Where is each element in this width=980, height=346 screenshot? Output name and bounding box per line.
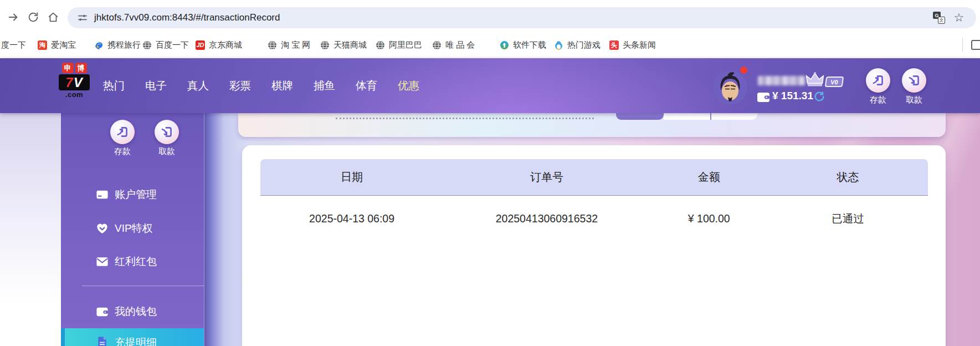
- filter-strip-card: [238, 113, 946, 137]
- forward-icon: [7, 11, 19, 23]
- tab-fragment-2[interactable]: [711, 113, 758, 120]
- sidebar: 存款 取款 账户管理: [61, 113, 204, 346]
- withdraw-button-top[interactable]: 取款: [896, 68, 932, 105]
- browser-chrome: jhktofs.7vv09.com:8443/#/transactionReco…: [0, 0, 980, 58]
- logo-badges: 申 博: [59, 63, 90, 73]
- menu-item-fishing[interactable]: 捕鱼: [314, 78, 335, 93]
- menu-item-hot[interactable]: 热门: [103, 78, 125, 93]
- forward-button[interactable]: [6, 9, 21, 25]
- menu-item-sports[interactable]: 体育: [356, 78, 377, 93]
- wallet-icon: [757, 91, 770, 103]
- tab-fragment-1[interactable]: [664, 113, 710, 120]
- bookmarks-separator: [962, 38, 963, 52]
- menu-item-promotions[interactable]: 优惠: [398, 78, 419, 93]
- header-order-no: 订单号: [443, 170, 650, 185]
- home-button[interactable]: [45, 9, 61, 25]
- bookmark-item[interactable]: 度一下: [1, 32, 26, 58]
- bookmark-item[interactable]: 百度一下: [142, 32, 189, 58]
- left-gutter: [0, 113, 61, 346]
- avatar-image: [713, 70, 747, 105]
- cell-date: 2025-04-13 06:09: [260, 212, 443, 225]
- bookmark-item[interactable]: 阿里巴巴: [376, 32, 422, 58]
- cell-order-no: 20250413060916532: [443, 212, 650, 225]
- menu-item-slots[interactable]: 电子: [145, 78, 167, 93]
- site-info-button[interactable]: [76, 12, 89, 24]
- header-amount: 金额: [650, 170, 768, 185]
- bookmark-item[interactable]: 携程旅行: [94, 32, 141, 58]
- translate-icon: G文: [933, 12, 945, 24]
- logo-com: .com: [59, 90, 90, 99]
- bookmark-item[interactable]: 头 头条新闻: [609, 32, 656, 58]
- sidebar-item-wallet[interactable]: 我的钱包: [61, 302, 204, 321]
- menu-item-lottery[interactable]: 彩票: [229, 78, 251, 93]
- menu-item-live[interactable]: 真人: [187, 78, 209, 93]
- site-logo[interactable]: 申 博 7V .com: [59, 63, 90, 99]
- header-status: 状态: [768, 170, 928, 185]
- url-text: jhktofs.7vv09.com:8443/#/transactionReco…: [94, 7, 280, 28]
- deposit-button-sidebar[interactable]: 存款: [105, 120, 140, 157]
- globe-icon: [432, 40, 442, 50]
- wallet-icon: [96, 306, 109, 318]
- sidebar-item-vip[interactable]: VIP特权: [61, 219, 204, 238]
- screenshot-root: jhktofs.7vv09.com:8443/#/transactionReco…: [0, 0, 980, 346]
- globe-icon: [142, 40, 152, 50]
- site-navbar: 申 博 7V .com 热门 电子 真人 彩票 棋牌 捕鱼 体育 优惠: [0, 58, 980, 113]
- menu-item-boardgames[interactable]: 棋牌: [271, 78, 293, 93]
- withdraw-icon: [155, 120, 179, 144]
- sidebar-item-bonus[interactable]: 红利红包: [61, 252, 204, 271]
- bookmark-star-button[interactable]: ☆: [953, 12, 965, 24]
- globe-icon: [268, 40, 277, 50]
- reload-button[interactable]: [25, 9, 41, 25]
- page-content: 存款 取款 账户管理: [0, 113, 980, 346]
- username-blurred: [758, 76, 805, 85]
- withdraw-icon: [902, 68, 926, 93]
- bookmark-item[interactable]: 淘 宝 网: [268, 32, 310, 58]
- taobao-icon: 淘: [38, 40, 47, 50]
- header-date: 日期: [260, 170, 443, 185]
- bookmark-item[interactable]: 唯 品 会: [432, 32, 475, 58]
- star-icon: ☆: [954, 12, 964, 24]
- bookmark-item[interactable]: 软件下载: [500, 32, 546, 58]
- bookmark-item[interactable]: 热门游戏: [554, 32, 601, 58]
- tab-fragment: [616, 113, 758, 120]
- withdraw-button-sidebar[interactable]: 取款: [149, 120, 184, 157]
- transaction-record-card: 日期 订单号 金额 状态 2025-04-13 06:09 2025041306…: [242, 145, 946, 346]
- translate-button[interactable]: G文: [933, 12, 945, 24]
- user-avatar[interactable]: [713, 70, 747, 105]
- dotted-divider: [336, 118, 594, 119]
- site-info-tune-icon: [77, 12, 88, 23]
- bookmark-item[interactable]: 淘 爱淘宝: [38, 32, 76, 58]
- bookmarks-bar: 度一下 淘 爱淘宝 携程旅行 百度一下 JD 京东商城 淘 宝 网: [0, 32, 980, 58]
- document-icon: [96, 336, 109, 346]
- tab-selected-fragment[interactable]: [616, 113, 664, 120]
- table-row: 2025-04-13 06:09 20250413060916532 ¥ 100…: [260, 196, 928, 241]
- vip-shield-icon: [96, 222, 109, 235]
- refresh-icon: [813, 90, 825, 103]
- reading-list-icon[interactable]: [971, 40, 980, 50]
- refresh-balance-button[interactable]: [813, 90, 825, 103]
- main-menu: 热门 电子 真人 彩票 棋牌 捕鱼 体育 优惠: [103, 58, 419, 113]
- deposit-icon: [866, 68, 890, 93]
- envelope-icon: [96, 256, 109, 268]
- toutiao-icon: 头: [609, 40, 619, 50]
- tab-group-fragment: [664, 113, 758, 120]
- bookmark-item[interactable]: JD 京东商城: [196, 32, 242, 58]
- sidebar-item-account[interactable]: 账户管理: [61, 185, 204, 204]
- address-bar[interactable]: jhktofs.7vv09.com:8443/#/transactionReco…: [68, 7, 976, 28]
- home-icon: [47, 11, 59, 23]
- vip-crown-icon: [804, 72, 825, 88]
- reload-icon: [27, 11, 39, 23]
- penguin-game-icon: [554, 40, 563, 50]
- credit-card-icon: [96, 189, 109, 201]
- table-header: 日期 订单号 金额 状态: [260, 159, 928, 196]
- sidebar-item-transaction-record[interactable]: 充提明细: [61, 328, 204, 346]
- balance-amount: ¥ 151.31: [772, 90, 813, 102]
- notification-dot: [740, 67, 747, 74]
- active-accent-bar: [61, 328, 65, 346]
- globe-icon: [320, 40, 330, 50]
- cell-amount: ¥ 100.00: [650, 212, 768, 225]
- deposit-button-top[interactable]: 存款: [860, 68, 896, 105]
- globe-icon: [376, 40, 385, 50]
- bookmark-item[interactable]: 天猫商城: [320, 32, 367, 58]
- ctrip-dolphin-icon: [94, 40, 104, 50]
